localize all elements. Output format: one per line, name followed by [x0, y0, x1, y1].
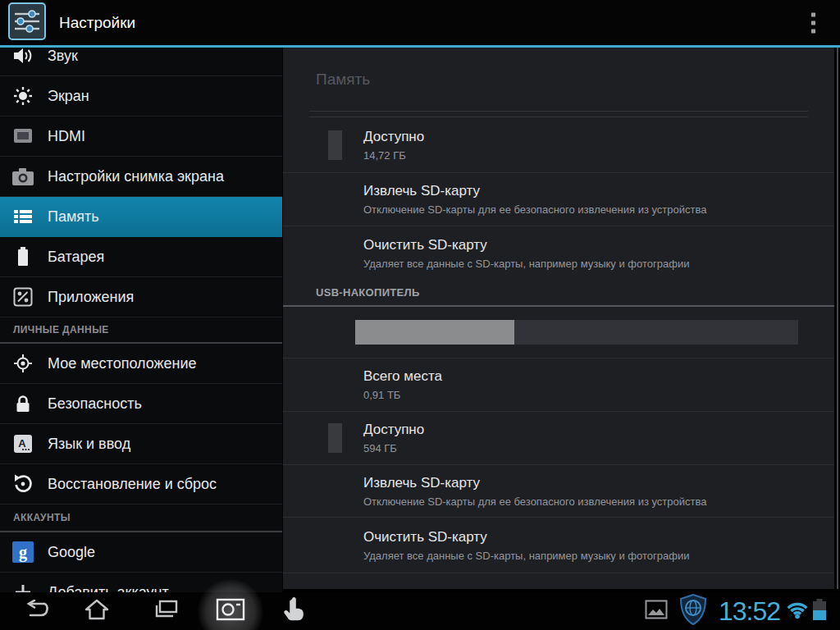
page-title: Настройки — [59, 14, 135, 32]
action-bar: Настройки — [0, 0, 840, 45]
row-title: Очистить SD-карту — [363, 237, 801, 253]
settings-app-icon — [8, 2, 46, 43]
internal-available-row: Доступно 14,72 ГБ — [283, 117, 834, 173]
sidebar-item-backup-reset[interactable]: Восстановление и сброс — [0, 464, 282, 504]
sidebar-item-security[interactable]: Безопасность — [0, 384, 282, 424]
screenshot-camera-button[interactable] — [216, 598, 245, 624]
internal-erase-sd-row[interactable]: Очистить SD-карту Удаляет все данные с S… — [283, 226, 834, 280]
sidebar-item-label: Мое местоположение — [48, 355, 197, 372]
row-subtitle: Удаляет все данные с SD-карты, например … — [363, 550, 801, 562]
svg-text:A: A — [18, 437, 26, 450]
sound-icon — [11, 48, 35, 66]
sidebar-item-label: Память — [48, 208, 99, 226]
legend-color-chip — [328, 423, 342, 453]
sidebar-item-apps[interactable]: Приложения — [0, 277, 282, 317]
sidebar-item-sound[interactable]: Звук — [0, 48, 282, 76]
sidebar-section-accounts: АККАУНТЫ — [0, 504, 282, 532]
sidebar-section-personal: ЛИЧНЫЕ ДАННЫЕ — [0, 317, 282, 344]
usb-available-row: Доступно 594 ГБ — [283, 412, 834, 465]
sidebar-item-google[interactable]: g Google — [0, 532, 282, 573]
lock-icon — [11, 395, 35, 413]
storage-panel: Память Доступно 14,72 ГБ Извлечь SD-карт… — [283, 48, 834, 589]
sidebar-item-display[interactable]: Экран — [0, 76, 282, 116]
system-navigation-bar: 13:52 — [0, 592, 840, 630]
row-subtitle: Отключение SD-карты для ее безопасного и… — [363, 495, 801, 508]
sidebar-item-battery[interactable]: Батарея — [0, 237, 282, 277]
sidebar-item-label: HDMI — [48, 128, 85, 145]
panel-title: Память — [283, 48, 834, 111]
sidebar-item-language[interactable]: A Язык и ввод — [0, 424, 282, 464]
row-title: Доступно — [363, 422, 801, 438]
display-icon — [11, 86, 35, 106]
sidebar-item-label: Настройки снимка экрана — [48, 168, 224, 185]
usb-unmount-sd-row[interactable]: Извлечь SD-карту Отключение SD-карты для… — [283, 465, 834, 518]
usb-progress-fill — [355, 320, 514, 345]
legend-color-chip — [328, 130, 342, 160]
home-button[interactable] — [84, 599, 110, 623]
add-account-icon — [11, 584, 35, 592]
sidebar-item-label: Добавить аккаунт — [48, 584, 169, 593]
location-icon — [11, 354, 35, 373]
row-subtitle: Удаляет все данные с SD-карты, например … — [363, 258, 801, 270]
security-shield-icon — [679, 594, 707, 628]
pointer-hand-button[interactable] — [281, 596, 307, 626]
sidebar-item-label: Язык и ввод — [48, 436, 130, 453]
sidebar-item-label: Приложения — [48, 289, 134, 306]
back-button[interactable] — [18, 600, 49, 623]
row-title: Очистить SD-карту — [363, 529, 801, 546]
usb-usage-bar-track — [355, 320, 798, 345]
sidebar-item-label: Восстановление и сброс — [48, 476, 217, 493]
row-title: Извлечь SD-карту — [363, 475, 801, 491]
screenshot-camera-icon — [11, 168, 35, 185]
overflow-menu-icon[interactable] — [806, 7, 820, 38]
svg-text:g: g — [19, 543, 27, 562]
sidebar-item-location[interactable]: Мое местоположение — [0, 344, 282, 384]
row-title: Доступно — [363, 129, 801, 145]
storage-icon — [11, 208, 35, 225]
status-battery-icon — [812, 598, 827, 624]
usb-total-row: Всего места 0,91 ТБ — [283, 358, 834, 412]
wifi-icon — [785, 600, 810, 623]
usb-erase-sd-row[interactable]: Очистить SD-карту Удаляет все данные с S… — [283, 518, 834, 573]
usb-storage-section-header: USB-НАКОПИТЕЛЬ — [283, 280, 834, 307]
sidebar-item-label: Безопасность — [48, 395, 142, 413]
apps-icon — [11, 287, 35, 307]
sidebar-item-storage[interactable]: Память — [0, 197, 282, 237]
internal-unmount-sd-row[interactable]: Извлечь SD-карту Отключение SD-карты для… — [283, 173, 834, 226]
row-value: 0,91 ТБ — [363, 389, 801, 401]
sidebar-item-label: Звук — [48, 48, 78, 65]
status-clock: 13:52 — [719, 596, 780, 627]
google-icon: g — [11, 541, 35, 563]
battery-icon — [11, 247, 35, 267]
row-title: Извлечь SD-карту — [363, 183, 801, 199]
divider — [309, 111, 808, 112]
sidebar-item-hdmi[interactable]: HDMI — [0, 116, 282, 157]
sidebar-item-label: Google — [48, 544, 95, 561]
sidebar-item-screenshot-settings[interactable]: Настройки снимка экрана — [0, 157, 282, 197]
row-title: Всего места — [363, 368, 801, 385]
row-subtitle: Отключение SD-карты для ее безопасного и… — [363, 203, 801, 216]
gallery-notification-icon — [645, 600, 668, 623]
sidebar-item-label: Экран — [48, 88, 89, 105]
recents-button[interactable] — [153, 599, 178, 623]
sidebar-item-label: Батарея — [48, 249, 104, 266]
row-value: 594 ГБ — [363, 442, 801, 454]
usb-usage-bar-block — [283, 307, 834, 358]
row-value: 14,72 ГБ — [363, 149, 801, 162]
backup-reset-icon — [11, 474, 35, 494]
language-icon: A — [11, 435, 35, 453]
hdmi-icon — [11, 128, 35, 144]
settings-sidebar: Звук Экран HDMI Настройки снимка экрана … — [0, 48, 282, 592]
panel-scrollbar[interactable] — [837, 48, 838, 589]
